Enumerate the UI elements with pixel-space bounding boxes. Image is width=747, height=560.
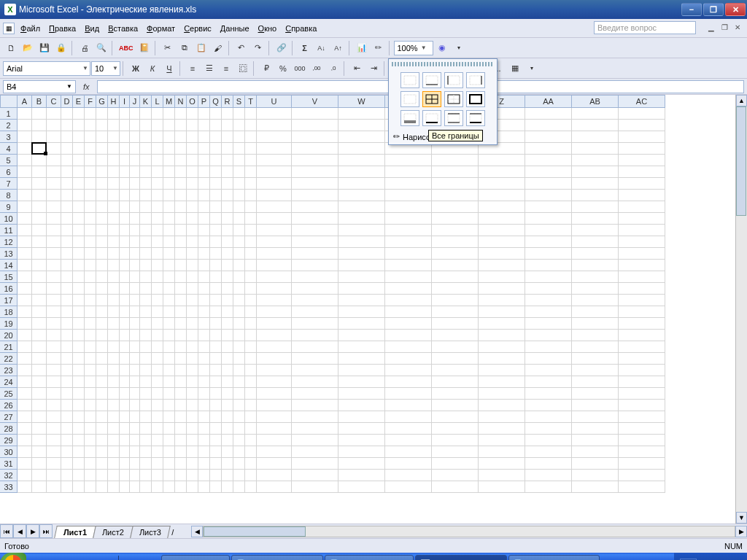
col-header-G[interactable]: G <box>96 95 108 108</box>
menu-данные[interactable]: Данные <box>216 23 254 34</box>
border-top-thick-bottom[interactable] <box>466 110 485 126</box>
quick-chrome-icon[interactable]: ◉ <box>64 556 80 560</box>
col-header-I[interactable]: I <box>120 95 130 108</box>
vscroll-thumb[interactable] <box>736 106 746 216</box>
select-all-corner[interactable] <box>0 95 18 108</box>
border-right[interactable] <box>466 72 485 88</box>
maximize-button[interactable]: ❐ <box>703 3 724 16</box>
quick-word-icon[interactable]: W <box>123 556 139 560</box>
quick-media-icon[interactable]: ▶ <box>99 556 115 560</box>
zoom-combo[interactable]: 100%▼ <box>394 41 433 55</box>
print-button[interactable]: 🖨 <box>77 40 93 56</box>
scroll-left-button[interactable]: ◀ <box>191 526 203 537</box>
excel-doc-icon[interactable]: ▦ <box>3 23 15 34</box>
row-header-26[interactable]: 26 <box>0 400 18 411</box>
increase-decimal-button[interactable]: ,00 <box>309 61 325 77</box>
col-header-E[interactable]: E <box>73 95 85 108</box>
border-no-border[interactable] <box>400 91 419 107</box>
row-header-11[interactable]: 11 <box>0 225 18 236</box>
cut-button[interactable]: ✂ <box>160 40 176 56</box>
row-header-3[interactable]: 3 <box>0 131 18 143</box>
row-header-15[interactable]: 15 <box>0 271 18 283</box>
col-header-Q[interactable]: Q <box>210 95 222 108</box>
col-header-V[interactable]: V <box>292 95 338 108</box>
col-header-T[interactable]: T <box>245 95 257 108</box>
popup-drag-handle[interactable] <box>392 62 494 66</box>
menu-правка[interactable]: Правка <box>44 23 80 34</box>
row-header-13[interactable]: 13 <box>0 248 18 260</box>
row-header-31[interactable]: 31 <box>0 458 18 470</box>
border-none[interactable] <box>400 72 419 88</box>
col-header-P[interactable]: P <box>198 95 210 108</box>
cells-area[interactable] <box>18 108 665 524</box>
font-combo[interactable]: Arial▼ <box>3 61 90 76</box>
taskbar-item[interactable]: 📄karen_sarkisyan-... <box>508 555 600 560</box>
row-header-25[interactable]: 25 <box>0 388 18 400</box>
row-header-24[interactable]: 24 <box>0 376 18 388</box>
row-header-21[interactable]: 21 <box>0 341 18 353</box>
percent-button[interactable]: % <box>275 61 291 77</box>
row-header-16[interactable]: 16 <box>0 283 18 295</box>
col-header-B[interactable]: B <box>32 95 47 108</box>
align-left-button[interactable]: ≡ <box>185 61 201 77</box>
open-button[interactable]: 📂 <box>20 40 36 56</box>
fx-label[interactable]: fx <box>79 82 94 91</box>
menu-вставка[interactable]: Вставка <box>104 23 142 34</box>
row-header-19[interactable]: 19 <box>0 318 18 330</box>
row-header-28[interactable]: 28 <box>0 423 18 435</box>
border-bottom-double[interactable] <box>400 110 419 126</box>
redo-button[interactable]: ↷ <box>250 40 266 56</box>
research-button[interactable]: 📔 <box>136 40 152 56</box>
row-header-29[interactable]: 29 <box>0 435 18 446</box>
format-painter-button[interactable]: 🖌 <box>210 40 226 56</box>
row-header-5[interactable]: 5 <box>0 155 18 166</box>
row-header-20[interactable]: 20 <box>0 330 18 341</box>
border-outside[interactable] <box>444 91 463 107</box>
row-header-33[interactable]: 33 <box>0 481 18 493</box>
row-header-6[interactable]: 6 <box>0 166 18 178</box>
help-search-box[interactable]: Введите вопрос <box>594 21 696 34</box>
border-left[interactable] <box>444 72 463 88</box>
toolbar-options-button-2[interactable]: ▾ <box>524 61 540 77</box>
col-header-U[interactable]: U <box>257 95 292 108</box>
scroll-right-button[interactable]: ▶ <box>735 526 747 537</box>
col-header-AA[interactable]: AA <box>525 95 572 108</box>
name-box[interactable]: B4▼ <box>3 80 76 93</box>
col-header-R[interactable]: R <box>222 95 233 108</box>
row-header-10[interactable]: 10 <box>0 213 18 225</box>
copy-button[interactable]: ⧉ <box>177 40 193 56</box>
save-button[interactable]: 💾 <box>36 40 53 56</box>
help-button[interactable]: ◉ <box>434 40 450 56</box>
border-top-bottom[interactable] <box>444 110 463 126</box>
hyperlink-button[interactable]: 🔗 <box>274 40 290 56</box>
taskbar-item[interactable]: 📊Microsoft Excel - ... <box>415 555 507 560</box>
sheet-tab-Лист3[interactable]: Лист3 <box>130 526 171 538</box>
paste-button[interactable]: 📋 <box>193 40 209 56</box>
tab-first-button[interactable]: ⏮ <box>0 524 13 538</box>
row-header-9[interactable]: 9 <box>0 201 18 213</box>
align-center-button[interactable]: ☰ <box>201 61 217 77</box>
row-header-4[interactable]: 4 <box>0 143 18 155</box>
vertical-scrollbar[interactable]: ▲ ▼ <box>735 95 747 524</box>
row-header-18[interactable]: 18 <box>0 306 18 318</box>
row-header-14[interactable]: 14 <box>0 260 18 271</box>
col-header-J[interactable]: J <box>130 95 140 108</box>
taskbar-item[interactable]: 📄K2.doc - Microsof... <box>231 555 324 560</box>
row-header-22[interactable]: 22 <box>0 353 18 365</box>
col-header-C[interactable]: C <box>47 95 61 108</box>
decrease-indent-button[interactable]: ⇤ <box>349 61 365 77</box>
col-header-D[interactable]: D <box>61 95 73 108</box>
quick-ie-icon[interactable]: e <box>29 556 45 560</box>
row-header-2[interactable]: 2 <box>0 120 18 131</box>
comma-button[interactable]: 000 <box>292 61 308 77</box>
row-header-7[interactable]: 7 <box>0 178 18 190</box>
draw-borders-icon[interactable]: ✏ <box>393 132 400 141</box>
col-header-M[interactable]: M <box>163 95 175 108</box>
border-thick-box[interactable] <box>466 91 485 107</box>
bold-button[interactable]: Ж <box>128 61 144 77</box>
minimize-button[interactable]: − <box>681 3 702 16</box>
menu-вид[interactable]: Вид <box>80 23 104 34</box>
scroll-down-button[interactable]: ▼ <box>736 512 747 524</box>
row-header-1[interactable]: 1 <box>0 108 18 120</box>
col-header-O[interactable]: O <box>187 95 198 108</box>
